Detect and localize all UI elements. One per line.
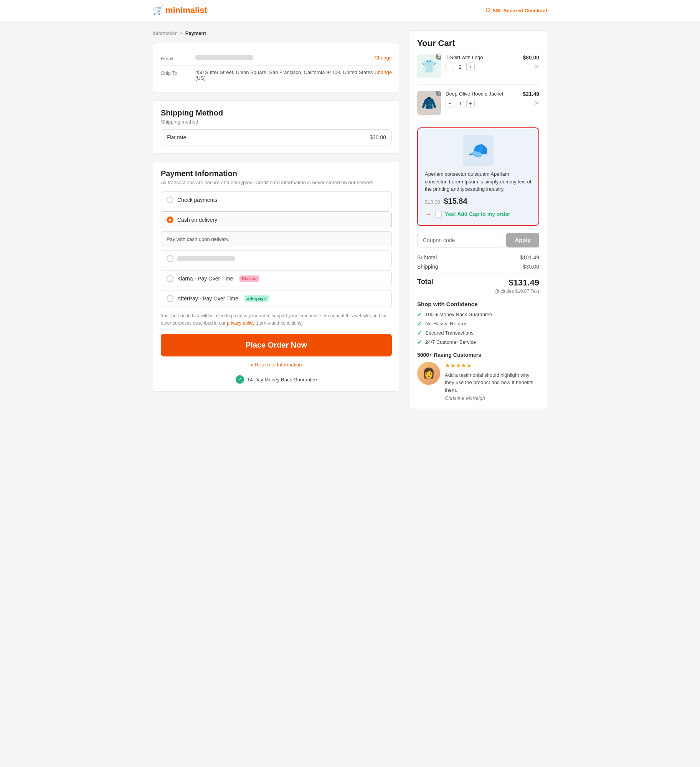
check-circle-icon: ✓ xyxy=(236,375,244,384)
right-column: Your Cart 👕 2 T-Shirt with Logo − 2 + xyxy=(409,30,547,409)
cart-card: Your Cart 👕 2 T-Shirt with Logo − 2 + xyxy=(409,30,547,409)
cart-item-1-image: 👕 2 xyxy=(417,54,441,78)
payment-subtitle: All transactions are secure and encrypte… xyxy=(161,180,392,185)
radio-cod[interactable] xyxy=(167,216,173,223)
return-link[interactable]: « Return to Information xyxy=(161,362,392,368)
payment-title: Payment Information xyxy=(161,169,392,178)
upsell-sale-price: $15.84 xyxy=(444,197,467,205)
rating-stars: ★★★★★ xyxy=(445,362,539,369)
check-icon-2: ✓ xyxy=(417,320,422,327)
privacy-link[interactable]: privacy policy xyxy=(227,320,254,326)
afterpay-label: AfterPay - Pay Over Time xyxy=(177,295,238,302)
info-card: Email Change Ship To 450 Sutter Street, … xyxy=(153,43,400,93)
radio-check[interactable] xyxy=(167,196,173,203)
qty-controls-2: − 1 + xyxy=(446,99,518,107)
qty-decrease-1[interactable]: − xyxy=(446,63,454,71)
jacket-icon: 🧥 xyxy=(421,96,437,110)
shield-icon: 🛡 xyxy=(485,8,490,13)
payment-card: Payment Information All transactions are… xyxy=(153,161,400,392)
check-icon-4: ✓ xyxy=(417,339,422,346)
shipping-total-label: Shipping xyxy=(417,264,438,270)
qty-decrease-2[interactable]: − xyxy=(446,99,454,107)
upsell-box: 🧢 Aperiam consectur quisquam Aperiam con… xyxy=(417,127,539,226)
total-value: $131.49 xyxy=(495,278,539,288)
upsell-add-text[interactable]: Yes! Add Cap to my order xyxy=(445,211,510,217)
shipping-total-row: Shipping $30.00 xyxy=(417,264,539,270)
cart-item-1: 👕 2 T-Shirt with Logo − 2 + $80.00 ✕ xyxy=(417,54,539,85)
confidence-item-2: ✓ No-Hassle Returns xyxy=(417,320,539,327)
upsell-add-row[interactable]: → Yes! Add Cap to my order xyxy=(425,210,532,218)
coupon-row: Apply xyxy=(417,233,539,247)
upsell-description: Aperiam consectur quisquam Aperiam conse… xyxy=(425,170,532,193)
qty-value-2: 1 xyxy=(457,101,463,106)
confidence-label-1: 100% Money-Back Guarantee xyxy=(425,312,492,317)
shipping-method-price: $30.00 xyxy=(370,134,386,140)
payment-option-afterpay[interactable]: AfterPay - Pay Over Time afterpay> xyxy=(161,290,392,307)
total-label: Total xyxy=(417,278,433,286)
testimonial: 👩 ★★★★★ Add a testimonial should highlig… xyxy=(417,362,539,401)
logo-text: minimalist xyxy=(165,5,207,15)
privacy-text: Your personal data will be used to proce… xyxy=(161,312,392,327)
total-row: Total $131.49 (Includes $10.87 Tax) xyxy=(417,274,539,294)
tshirt-icon: 👕 xyxy=(421,59,437,74)
cart-item-2-price: $21.49 xyxy=(523,91,539,97)
customers-title: 5000+ Raving Customers xyxy=(417,352,539,358)
cart-item-2-info: Deep Olive Hoodie Jacket − 1 + xyxy=(446,91,518,107)
testimonial-content: ★★★★★ Add a testimonial should highlight… xyxy=(445,362,539,401)
confidence-item-1: ✓ 100% Money-Back Guarantee xyxy=(417,311,539,318)
remove-item-2-icon[interactable]: ✕ xyxy=(534,99,539,107)
check-payment-label: Check payments xyxy=(177,197,217,203)
confidence-item-4: ✓ 24/7 Customer Service xyxy=(417,339,539,346)
cap-icon: 🧢 xyxy=(463,135,494,166)
ship-label: Ship To xyxy=(161,69,195,76)
tax-note: (Includes $10.87 Tax) xyxy=(495,289,539,294)
apply-button[interactable]: Apply xyxy=(506,233,539,247)
upsell-checkbox[interactable] xyxy=(435,211,442,218)
breadcrumb: Information > Payment xyxy=(153,30,400,36)
payment-option-klarna[interactable]: Klarna - Pay Over Time Klarna. xyxy=(161,270,392,287)
payment-option-cod[interactable]: Cash on delivery xyxy=(161,211,392,228)
radio-blurred[interactable] xyxy=(167,255,173,262)
cart-icon: 🛒 xyxy=(153,5,163,15)
total-amount: $131.49 (Includes $10.87 Tax) xyxy=(495,278,539,294)
confidence-label-2: No-Hassle Returns xyxy=(425,321,467,327)
klarna-label: Klarna - Pay Over Time xyxy=(177,275,233,282)
ship-row: Ship To 450 Sutter Street, Union Square,… xyxy=(161,66,392,85)
subtotal-value: $101.49 xyxy=(520,254,539,261)
shipping-method-name: Flat rate xyxy=(167,134,186,140)
place-order-button[interactable]: Place Order Now xyxy=(161,334,392,356)
email-change[interactable]: Change xyxy=(374,55,392,61)
qty-increase-1[interactable]: + xyxy=(466,63,475,71)
payment-option-blurred[interactable] xyxy=(161,250,392,267)
afterpay-badge: afterpay> xyxy=(244,295,269,302)
coupon-input[interactable] xyxy=(417,233,503,247)
remove-item-1-icon[interactable]: ✕ xyxy=(534,63,539,70)
confidence-label-4: 24/7 Customer Service xyxy=(425,339,476,345)
qty-increase-2[interactable]: + xyxy=(466,99,475,107)
ship-change[interactable]: Change xyxy=(374,69,392,75)
cart-item-2-name: Deep Olive Hoodie Jacket xyxy=(446,91,518,97)
ship-value: 450 Sutter Street, Union Square, San Fra… xyxy=(195,69,374,81)
payment-option-check[interactable]: Check payments xyxy=(161,191,392,208)
logo: 🛒 minimalist xyxy=(153,5,207,15)
upsell-orig-price: $18.00 xyxy=(425,199,440,205)
email-row: Email Change xyxy=(161,51,392,66)
money-back: ✓ 14-Day Money Back Gaurantee xyxy=(161,375,392,384)
testimonial-avatar: 👩 xyxy=(417,362,440,385)
klarna-badge: Klarna. xyxy=(239,275,259,282)
left-column: Information > Payment Email Change Ship … xyxy=(153,30,400,399)
radio-klarna[interactable] xyxy=(167,275,173,282)
ssl-badge: 🛡 SSL Secured Checkout xyxy=(485,8,547,13)
qty-value-1: 2 xyxy=(457,64,463,70)
testimonial-author: Christine McVeigh xyxy=(445,395,539,401)
cart-item-1-info: T-Shirt with Logo − 2 + xyxy=(446,54,518,71)
shipping-title: Shipping Method xyxy=(161,109,392,117)
confidence-item-3: ✓ Secured Transactions xyxy=(417,330,539,336)
radio-afterpay[interactable] xyxy=(167,295,173,302)
header: 🛒 minimalist 🛡 SSL Secured Checkout xyxy=(0,0,700,21)
subtotal-row: Subtotal $101.49 xyxy=(417,254,539,261)
shipping-total-value: $30.00 xyxy=(523,264,539,270)
email-label: Email xyxy=(161,55,195,61)
shipping-method-label: Shipping method xyxy=(161,119,392,125)
cod-payment-label: Cash on delivery xyxy=(177,217,217,223)
